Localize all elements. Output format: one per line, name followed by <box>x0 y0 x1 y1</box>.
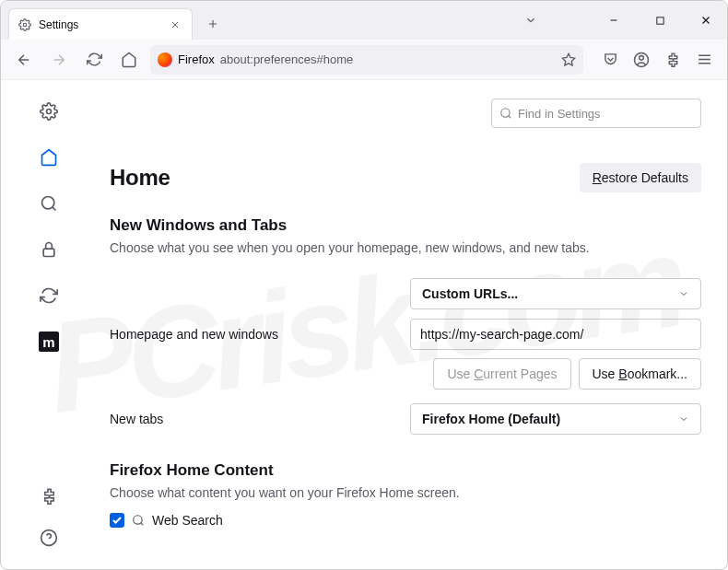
use-current-pages-button[interactable]: Use Current Pages <box>433 358 570 390</box>
gear-icon <box>18 18 31 31</box>
tab-list-button[interactable] <box>517 6 545 34</box>
search-icon <box>499 107 512 120</box>
section-desc: Choose what you see when you open your h… <box>110 240 701 255</box>
url-bar[interactable]: Firefox about:preferences#home <box>150 45 583 75</box>
sidebar-item-sync[interactable] <box>34 281 64 310</box>
sidebar-item-more[interactable]: m <box>34 327 64 356</box>
menu-icon[interactable] <box>690 46 718 74</box>
sidebar-item-search[interactable] <box>34 189 64 218</box>
tab-title: Settings <box>39 18 78 31</box>
sidebar-item-extensions[interactable] <box>34 481 64 510</box>
search-icon <box>132 514 145 527</box>
home-button[interactable] <box>115 46 143 74</box>
sidebar-item-privacy[interactable] <box>34 235 64 264</box>
section-title-2: Firefox Home Content <box>110 461 701 480</box>
main-content: Find in Settings Home Restore Defaults N… <box>97 80 727 569</box>
homepage-url-input[interactable] <box>410 319 701 350</box>
sidebar-item-general[interactable] <box>34 97 64 126</box>
newtabs-select[interactable]: Firefox Home (Default) <box>410 403 701 435</box>
chevron-down-icon <box>678 288 689 299</box>
section-title: New Windows and Tabs <box>110 216 701 235</box>
sidebar-item-home[interactable] <box>34 143 64 172</box>
section-desc-2: Choose what content you want on your Fir… <box>110 485 701 500</box>
svg-rect-1 <box>656 17 663 23</box>
tab-bar: Settings <box>1 1 727 40</box>
websearch-checkbox[interactable] <box>110 513 124 528</box>
sidebar-item-help[interactable] <box>34 523 64 553</box>
forward-button[interactable] <box>45 46 73 74</box>
pocket-icon[interactable] <box>596 46 624 74</box>
svg-point-4 <box>640 55 644 60</box>
sidebar: m <box>1 80 97 569</box>
tab-settings[interactable]: Settings <box>8 8 193 40</box>
newtabs-label: New tabs <box>110 412 410 426</box>
svg-rect-7 <box>43 249 54 256</box>
homepage-label: Homepage and new windows <box>110 327 410 342</box>
back-button[interactable] <box>10 46 38 74</box>
maximize-button[interactable] <box>646 6 674 34</box>
close-window-button[interactable] <box>692 6 720 34</box>
minimize-button[interactable] <box>600 6 628 34</box>
svg-point-11 <box>134 516 142 524</box>
page-title: Home <box>110 165 170 191</box>
url-label: Firefox <box>178 52 215 66</box>
account-icon[interactable] <box>628 46 655 74</box>
search-input[interactable]: Find in Settings <box>491 99 701 128</box>
websearch-label: Web Search <box>152 513 223 528</box>
extensions-icon[interactable] <box>659 46 687 74</box>
close-icon[interactable] <box>168 17 182 32</box>
reload-button[interactable] <box>80 46 108 74</box>
bookmark-star-icon[interactable] <box>561 52 576 67</box>
new-tab-button[interactable] <box>200 11 226 37</box>
svg-marker-2 <box>562 53 574 65</box>
url-text: about:preferences#home <box>220 52 354 66</box>
chevron-down-icon <box>678 413 689 425</box>
restore-defaults-button[interactable]: Restore Defaults <box>580 163 701 192</box>
homepage-mode-select[interactable]: Custom URLs... <box>410 278 701 309</box>
svg-point-5 <box>47 110 52 114</box>
svg-point-10 <box>501 109 510 117</box>
svg-point-6 <box>42 197 54 209</box>
use-bookmark-button[interactable]: Use Bookmark... <box>579 358 702 390</box>
svg-point-0 <box>23 23 27 27</box>
nav-bar: Firefox about:preferences#home <box>1 40 727 80</box>
search-placeholder: Find in Settings <box>518 107 601 121</box>
firefox-icon <box>158 52 172 67</box>
